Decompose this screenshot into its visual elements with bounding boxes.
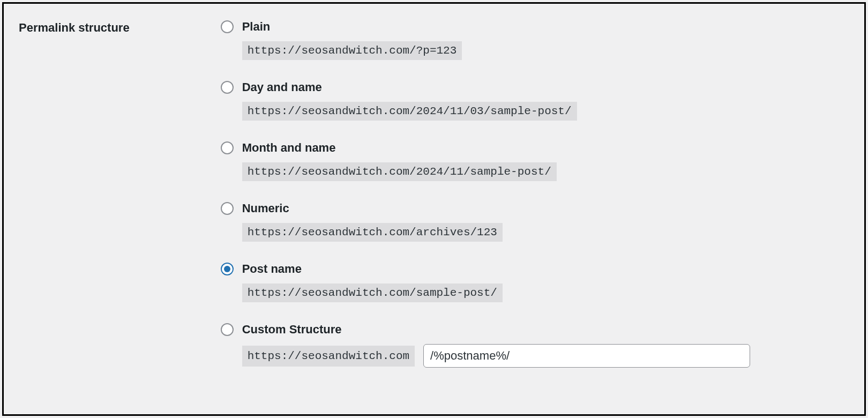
option-header: Month and name bbox=[221, 141, 849, 155]
option-custom-structure: Custom Structure https://seosandwitch.co… bbox=[221, 323, 849, 368]
radio-month-and-name[interactable] bbox=[221, 141, 234, 154]
option-header: Numeric bbox=[221, 201, 849, 215]
option-label: Numeric bbox=[242, 201, 289, 215]
radio-post-name[interactable] bbox=[221, 263, 234, 275]
option-day-and-name: Day and name https://seosandwitch.com/20… bbox=[221, 80, 849, 121]
option-label: Custom Structure bbox=[242, 323, 342, 337]
custom-structure-input[interactable] bbox=[423, 344, 750, 368]
radio-day-and-name[interactable] bbox=[221, 81, 234, 94]
option-label: Month and name bbox=[242, 141, 336, 155]
option-header: Plain bbox=[221, 20, 849, 34]
option-label: Post name bbox=[242, 262, 302, 276]
option-month-and-name: Month and name https://seosandwitch.com/… bbox=[221, 141, 849, 181]
permalink-options: Plain https://seosandwitch.com/?p=123 Da… bbox=[221, 20, 849, 398]
option-header: Post name bbox=[221, 262, 849, 276]
option-header: Day and name bbox=[221, 80, 849, 94]
example-url: https://seosandwitch.com/?p=123 bbox=[242, 41, 462, 60]
example-url: https://seosandwitch.com/archives/123 bbox=[242, 223, 503, 242]
permalink-settings-panel: Permalink structure Plain https://seosan… bbox=[2, 2, 866, 416]
option-label: Day and name bbox=[242, 80, 322, 94]
option-header: Custom Structure bbox=[221, 323, 849, 337]
section-label: Permalink structure bbox=[19, 21, 130, 35]
radio-numeric[interactable] bbox=[221, 202, 234, 215]
option-plain: Plain https://seosandwitch.com/?p=123 bbox=[221, 20, 849, 60]
option-post-name: Post name https://seosandwitch.com/sampl… bbox=[221, 262, 849, 302]
custom-url-prefix: https://seosandwitch.com bbox=[242, 346, 415, 367]
radio-custom-structure[interactable] bbox=[221, 323, 234, 336]
example-url: https://seosandwitch.com/sample-post/ bbox=[242, 283, 503, 302]
example-url: https://seosandwitch.com/2024/11/03/samp… bbox=[242, 102, 577, 121]
section-label-column: Permalink structure bbox=[19, 20, 130, 398]
option-label: Plain bbox=[242, 20, 271, 34]
option-numeric: Numeric https://seosandwitch.com/archive… bbox=[221, 201, 849, 242]
custom-structure-row: https://seosandwitch.com bbox=[242, 344, 849, 368]
example-url: https://seosandwitch.com/2024/11/sample-… bbox=[242, 162, 557, 181]
radio-plain[interactable] bbox=[221, 20, 234, 33]
